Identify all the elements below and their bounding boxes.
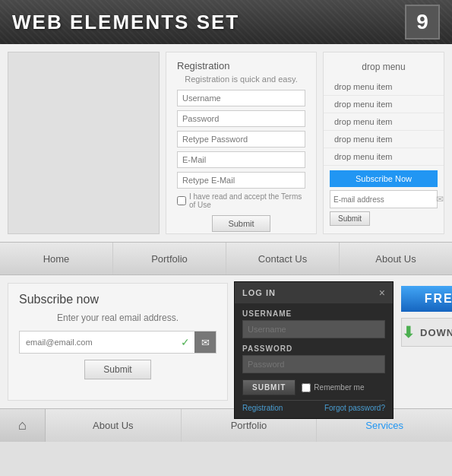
header-badge: 9 bbox=[405, 5, 440, 40]
login-submit-button[interactable]: SUBMIT bbox=[242, 379, 296, 395]
registration-subtitle: Registration is quick and easy. bbox=[177, 75, 305, 84]
terms-label: I have read and accept the Terms of Use bbox=[189, 192, 305, 209]
subscribe-email-input[interactable] bbox=[20, 332, 176, 353]
download-arrow-icon: ⬇ bbox=[402, 323, 416, 341]
bottom-nav-about[interactable]: About Us bbox=[46, 409, 182, 442]
registration-submit-button[interactable]: Submit bbox=[212, 215, 270, 232]
header-title: WEB ELEMENTS SET bbox=[12, 11, 239, 34]
forgot-password-link[interactable]: Forgot password? bbox=[324, 404, 385, 412]
home-icon-button[interactable]: ⌂ bbox=[0, 409, 46, 442]
login-close-button[interactable]: × bbox=[379, 287, 385, 299]
login-username-input[interactable] bbox=[242, 320, 385, 338]
free-button[interactable]: FREE bbox=[401, 286, 452, 312]
drop-menu-panel: drop menu drop menu item drop menu item … bbox=[323, 52, 444, 234]
remember-me-row: Remember me bbox=[302, 383, 364, 392]
subscribe-panel: Subscribe now Enter your real email addr… bbox=[8, 283, 228, 401]
username-label: USERNAME bbox=[242, 309, 385, 318]
left-image-placeholder bbox=[8, 52, 160, 234]
login-links: Registration Forgot password? bbox=[242, 400, 385, 412]
nav-item-contact[interactable]: Contact Us bbox=[226, 243, 340, 274]
main-area: Registration Registration is quick and e… bbox=[0, 44, 452, 242]
nav-item-about[interactable]: About Us bbox=[340, 243, 452, 274]
drop-menu-item-2[interactable]: drop menu item bbox=[324, 96, 444, 113]
subscribe-submit-button[interactable]: Submit bbox=[84, 360, 150, 379]
login-body: USERNAME PASSWORD SUBMIT Remember me Reg… bbox=[235, 303, 393, 418]
drop-menu-email-row: ✉ bbox=[330, 190, 438, 208]
subscribe-input-row: ✓ ✉ bbox=[19, 331, 217, 354]
mail-icon: ✉ bbox=[194, 332, 216, 353]
login-password-input[interactable] bbox=[242, 355, 385, 373]
login-footer: SUBMIT Remember me bbox=[242, 379, 385, 395]
login-header: LOG IN × bbox=[235, 282, 393, 303]
registration-title: Registration bbox=[177, 60, 305, 71]
remember-checkbox[interactable] bbox=[302, 383, 311, 392]
retype-password-input[interactable] bbox=[177, 131, 305, 148]
download-button[interactable]: ⬇ DOWNLOAD bbox=[401, 318, 452, 347]
password-input[interactable] bbox=[177, 110, 305, 127]
password-label: PASSWORD bbox=[242, 344, 385, 353]
retype-email-input[interactable] bbox=[177, 172, 305, 189]
drop-menu-title: drop menu bbox=[324, 59, 444, 78]
drop-menu-submit-button[interactable]: Submit bbox=[330, 211, 370, 226]
remember-label: Remember me bbox=[314, 383, 364, 392]
username-input[interactable] bbox=[177, 90, 305, 106]
terms-row: I have read and accept the Terms of Use bbox=[177, 192, 305, 209]
bottom-section: Subscribe now Enter your real email addr… bbox=[0, 275, 452, 408]
login-title: LOG IN bbox=[242, 288, 276, 297]
checkmark-icon: ✓ bbox=[176, 336, 194, 348]
drop-menu-item-5[interactable]: drop menu item bbox=[324, 148, 444, 166]
subscribe-title: Subscribe now bbox=[19, 293, 217, 306]
nav-item-portfolio[interactable]: Portfolio bbox=[113, 243, 226, 274]
terms-checkbox[interactable] bbox=[177, 196, 186, 205]
download-label: DOWNLOAD bbox=[420, 327, 452, 338]
drop-menu-email-input[interactable] bbox=[330, 191, 433, 208]
registration-link[interactable]: Registration bbox=[242, 404, 283, 412]
email-input[interactable] bbox=[177, 151, 305, 168]
drop-menu-item-3[interactable]: drop menu item bbox=[324, 113, 444, 131]
subscribe-subtitle: Enter your real email address. bbox=[19, 313, 217, 323]
nav-item-home[interactable]: Home bbox=[0, 243, 113, 274]
login-modal: LOG IN × USERNAME PASSWORD SUBMIT Rememb… bbox=[234, 281, 394, 419]
drop-menu-item-1[interactable]: drop menu item bbox=[324, 78, 444, 96]
header: WEB ELEMENTS SET 9 bbox=[0, 0, 452, 44]
nav-bar: Home Portfolio Contact Us About Us bbox=[0, 242, 452, 275]
registration-panel: Registration Registration is quick and e… bbox=[166, 52, 317, 234]
drop-menu-item-4[interactable]: drop menu item bbox=[324, 131, 444, 148]
drop-menu-subscribe-button[interactable]: Subscribe Now bbox=[330, 170, 438, 187]
envelope-icon: ✉ bbox=[433, 192, 447, 206]
